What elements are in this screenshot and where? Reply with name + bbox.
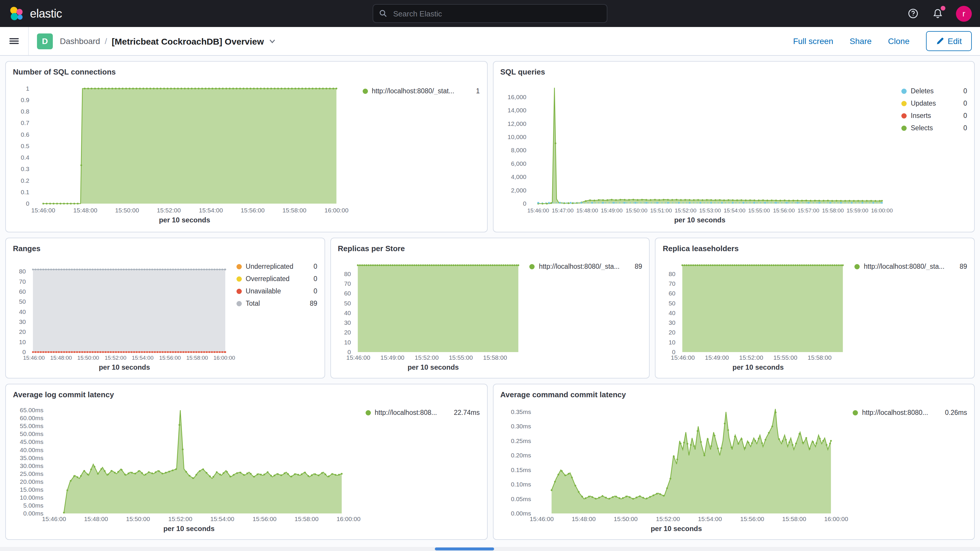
panel-title: Average command commit latency <box>500 389 967 401</box>
chart-legend: http://localhost:8080...0.26ms <box>853 401 967 535</box>
legend-series-value: 89 <box>305 300 318 307</box>
svg-text:15:52:00: 15:52:00 <box>415 354 439 361</box>
svg-text:8,000: 8,000 <box>511 147 526 153</box>
legend-series-dot <box>854 264 860 269</box>
svg-text:15:52:00: 15:52:00 <box>675 207 696 213</box>
kibana-dashboard-app: elastic <box>0 0 980 551</box>
svg-text:1: 1 <box>26 85 29 92</box>
panel-avg-command-commit-latency: Average command commit latency 0.00ms0.0… <box>493 384 975 540</box>
legend-series-label: Deletes <box>911 88 955 94</box>
chart-legend: Deletes0Updates0Inserts0Selects0 <box>901 79 967 227</box>
svg-text:15:59:00: 15:59:00 <box>846 207 868 213</box>
legend-item[interactable]: http://localhost:8080/_stat...1 <box>363 88 480 94</box>
svg-text:15:50:00: 15:50:00 <box>126 516 150 522</box>
legend-series-dot <box>236 264 242 269</box>
panel-avg-log-commit-latency: Average log commit latency 0.00ms5.00ms1… <box>5 384 487 540</box>
sql-queries-chart[interactable]: 02,0004,0006,0008,00010,00012,00014,0001… <box>500 79 899 215</box>
legend-item[interactable]: Total89 <box>236 300 317 307</box>
svg-text:15:46:00: 15:46:00 <box>31 207 55 213</box>
legend-item[interactable]: Overreplicated0 <box>236 275 317 282</box>
svg-text:15:54:00: 15:54:00 <box>724 207 745 213</box>
legend-item[interactable]: http://localhost:8080/_sta...89 <box>530 263 642 270</box>
svg-text:16:00:00: 16:00:00 <box>871 207 892 213</box>
svg-text:15:48:00: 15:48:00 <box>571 516 595 522</box>
svg-text:10,000: 10,000 <box>508 134 526 140</box>
replicas-per-store-chart[interactable]: 0102030405060708015:46:0015:49:0015:52:0… <box>338 255 528 363</box>
legend-series-dot <box>901 88 907 94</box>
clone-button[interactable]: Clone <box>888 37 910 46</box>
user-avatar[interactable]: r <box>956 6 972 21</box>
panel-sql-queries: SQL queries 02,0004,0006,0008,00010,0001… <box>493 61 975 233</box>
horizontal-scrollbar-thumb[interactable] <box>435 548 494 550</box>
x-axis-label: per 10 seconds <box>13 215 356 226</box>
legend-series-value: 1 <box>471 88 480 94</box>
notification-badge-dot <box>941 6 945 11</box>
svg-text:0: 0 <box>22 349 26 355</box>
dashboard-badge[interactable]: D <box>37 33 53 49</box>
replica-leaseholders-chart[interactable]: 0102030405060708015:46:0015:49:0015:52:0… <box>663 255 854 363</box>
share-button[interactable]: Share <box>850 37 872 46</box>
legend-item[interactable]: Underreplicated0 <box>236 263 317 270</box>
legend-item[interactable]: Selects0 <box>901 124 967 131</box>
chevron-down-icon[interactable] <box>269 38 275 45</box>
hamburger-menu-icon[interactable] <box>0 27 29 55</box>
edit-button[interactable]: Edit <box>926 31 972 51</box>
x-axis-label: per 10 seconds <box>13 524 365 535</box>
svg-text:15:51:00: 15:51:00 <box>650 207 671 213</box>
panel-title: Number of SQL connections <box>13 66 480 79</box>
avg-command-commit-latency-chart[interactable]: 0.00ms0.05ms0.10ms0.15ms0.20ms0.25ms0.30… <box>500 401 853 524</box>
notifications-icon[interactable] <box>931 7 944 20</box>
ranges-chart[interactable]: 0102030405060708015:46:0015:48:0015:50:0… <box>13 255 236 363</box>
svg-text:0.8: 0.8 <box>21 108 29 115</box>
legend-series-value: 89 <box>955 263 967 270</box>
svg-text:55.00ms: 55.00ms <box>20 422 43 429</box>
svg-text:15.00ms: 15.00ms <box>20 486 43 493</box>
help-icon[interactable] <box>907 7 920 20</box>
svg-text:15:50:00: 15:50:00 <box>78 355 99 361</box>
legend-series-value: 0 <box>309 275 318 282</box>
legend-series-label: Total <box>246 300 301 307</box>
svg-text:0.00ms: 0.00ms <box>23 510 43 517</box>
svg-text:15:48:00: 15:48:00 <box>576 207 598 213</box>
legend-item[interactable]: http://localhost:8080...0.26ms <box>853 409 967 416</box>
legend-series-dot <box>530 264 535 269</box>
full-screen-button[interactable]: Full screen <box>793 37 833 46</box>
svg-text:16:00:00: 16:00:00 <box>337 516 361 522</box>
svg-text:15:54:00: 15:54:00 <box>698 516 722 522</box>
svg-text:0.9: 0.9 <box>21 97 29 103</box>
svg-text:6,000: 6,000 <box>511 160 526 167</box>
legend-item[interactable]: Deletes0 <box>901 88 967 94</box>
svg-text:15:52:00: 15:52:00 <box>169 516 192 522</box>
global-search[interactable] <box>372 4 608 23</box>
legend-series-label: Inserts <box>911 112 955 119</box>
legend-item[interactable]: Updates0 <box>901 100 967 107</box>
svg-text:20: 20 <box>19 328 26 335</box>
legend-item[interactable]: Inserts0 <box>901 112 967 119</box>
x-axis-label: per 10 seconds <box>338 363 528 373</box>
svg-text:15:58:00: 15:58:00 <box>294 516 319 522</box>
panel-title: Ranges <box>13 243 317 255</box>
brand-wordmark[interactable]: elastic <box>30 7 62 20</box>
sql-connections-chart[interactable]: 00.10.20.30.40.50.60.70.80.9115:46:0015:… <box>13 79 356 215</box>
elastic-logo[interactable] <box>8 5 25 22</box>
svg-text:15:55:00: 15:55:00 <box>748 207 770 213</box>
legend-item[interactable]: Unavailable0 <box>236 288 317 295</box>
legend-series-label: http://localhost:8080/_sta... <box>864 263 951 270</box>
search-input[interactable] <box>392 8 601 19</box>
svg-text:10: 10 <box>344 339 351 346</box>
svg-text:70: 70 <box>19 278 26 285</box>
chart-legend: http://localhost:8080/_stat...1 <box>363 79 480 227</box>
svg-text:15:56:00: 15:56:00 <box>773 207 795 213</box>
avg-log-commit-latency-chart[interactable]: 0.00ms5.00ms10.00ms15.00ms20.00ms25.00ms… <box>13 401 365 524</box>
svg-text:15:56:00: 15:56:00 <box>740 516 764 522</box>
breadcrumb-dashboard[interactable]: Dashboard <box>60 37 100 46</box>
legend-item[interactable]: http://localhost:8080/_sta...89 <box>854 263 967 270</box>
svg-text:0.1: 0.1 <box>21 189 29 196</box>
page-title: [Metricbeat CockroachDB] Overview <box>112 36 264 46</box>
pencil-icon <box>936 37 943 45</box>
x-axis-label: per 10 seconds <box>13 363 236 373</box>
svg-text:15:48:00: 15:48:00 <box>73 207 97 213</box>
panel-title: Average log commit latency <box>13 389 480 401</box>
legend-item[interactable]: http://localhost:808...22.74ms <box>365 409 480 416</box>
svg-text:0.4: 0.4 <box>21 154 30 161</box>
